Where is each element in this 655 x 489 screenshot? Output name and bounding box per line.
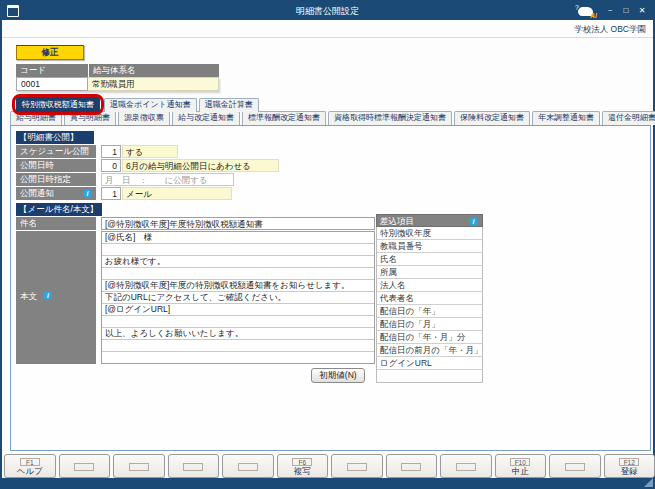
resize-grip-icon[interactable] — [644, 478, 653, 487]
subject-input[interactable]: [@特別徴収年度]年度特別徴収税額通知書 — [101, 217, 375, 230]
fn-key-label: F1 — [20, 458, 40, 466]
body-textarea[interactable]: [@氏名] 様お疲れ様です。[@特別徴収年度]年度の特別徴収税額通知書をお知らせ… — [101, 231, 375, 364]
merge-fields-title: 差込項目 — [380, 216, 414, 226]
body-line[interactable] — [102, 352, 374, 363]
fn-button-f6[interactable]: F6複写 — [277, 454, 329, 478]
pay-system-table: コード 給与体系名 0001 常勤職員用 — [16, 64, 219, 91]
body-line[interactable] — [102, 316, 374, 328]
body-label: 本文 i — [16, 231, 96, 364]
tab[interactable]: 還付金明細書 — [602, 111, 655, 125]
column-header-name: 給与体系名 — [89, 64, 219, 77]
tab[interactable]: 源泉徴収票 — [118, 111, 170, 125]
body-line[interactable] — [102, 244, 374, 256]
info-icon[interactable]: i — [43, 291, 52, 300]
value-field[interactable]: する — [122, 145, 178, 158]
fn-key-label — [129, 463, 149, 471]
merge-field-item[interactable]: 配信日の「年・月」分 — [377, 331, 482, 344]
merge-field-item[interactable]: 代表者名 — [377, 292, 482, 305]
fn-button-f10[interactable]: F10中止 — [495, 454, 547, 478]
merge-field-item[interactable]: 教職員番号 — [377, 240, 482, 253]
code-input[interactable]: 0 — [101, 159, 121, 172]
fn-button-text: 複写 — [278, 466, 328, 477]
tab[interactable]: 退職金計算書 — [199, 98, 259, 112]
tab[interactable]: 給与改定通知書 — [172, 111, 240, 125]
code-input[interactable]: 1 — [101, 187, 121, 200]
fn-key-label — [565, 463, 585, 471]
publish-row: 公開日時06月の給与明細公開日にあわせる — [16, 159, 279, 172]
merge-field-item[interactable]: 配信日の「月」 — [377, 318, 482, 331]
info-icon[interactable]: i — [83, 189, 92, 198]
merge-field-item[interactable]: ログインURL — [377, 357, 482, 370]
tab[interactable]: 標準報酬改定通知書 — [242, 111, 326, 125]
default-values-button[interactable]: 初期値(N) — [311, 368, 365, 383]
value-field[interactable]: 6月の給与明細公開日にあわせる — [122, 159, 279, 172]
field-label: スケジュール公開 — [16, 145, 96, 158]
close-button[interactable]: ✕ — [635, 2, 649, 20]
subject-label: 件名 — [16, 217, 96, 230]
fn-button-empty — [59, 454, 111, 478]
merge-fields-header: 差込項目 i — [376, 214, 483, 227]
mail-section-title: 【メール件名/本文】 — [16, 203, 102, 216]
value-field: 月 日 ： に公開する — [101, 173, 234, 186]
value-field[interactable]: メール — [122, 187, 232, 200]
tab[interactable]: 特別徴収税額通知書 — [16, 97, 100, 112]
merge-field-item[interactable]: 法人名 — [377, 279, 482, 292]
merge-field-item[interactable]: 所属 — [377, 266, 482, 279]
tab[interactable]: 保険料改定通知書 — [454, 111, 530, 125]
body-line[interactable] — [102, 268, 374, 280]
info-icon[interactable]: i — [469, 217, 478, 226]
window-icon — [7, 5, 19, 17]
merge-fields-list: 特別徴収年度教職員番号氏名所属法人名代表者名配信日の「年」配信日の「月」配信日の… — [376, 227, 483, 383]
body-line[interactable]: [@ログインURL] — [102, 304, 374, 316]
fn-key-label — [183, 463, 203, 471]
body-line[interactable]: お疲れ様です。 — [102, 256, 374, 268]
fn-key-label — [74, 463, 94, 471]
fn-key-label: F10 — [510, 458, 530, 466]
merge-field-item[interactable] — [377, 370, 482, 382]
tab[interactable]: 年末調整通知書 — [532, 111, 600, 125]
fn-button-text: 中止 — [496, 466, 546, 477]
publish-row: 公開日時指定月 日 ： に公開する — [16, 173, 279, 186]
minimize-button[interactable]: － — [603, 2, 617, 20]
title-bar: 明細書公開設定 ? AI － □ ✕ — [2, 2, 653, 20]
fn-button-empty — [549, 454, 601, 478]
merge-field-item[interactable]: 配信日の「年」 — [377, 305, 482, 318]
merge-field-item[interactable]: 配信日の前月の「年・月」 — [377, 344, 482, 357]
annotation-highlight: 特別徴収税額通知書 — [12, 94, 104, 115]
body-line[interactable]: 以上、よろしくお願いいたします。 — [102, 328, 374, 340]
merge-field-item[interactable]: 特別徴収年度 — [377, 227, 482, 240]
tab[interactable]: 資格取得時標準報酬決定通知書 — [328, 111, 452, 125]
fn-button-f12[interactable]: F12登録 — [604, 454, 655, 478]
tab[interactable]: 退職金ポイント通知書 — [104, 98, 197, 112]
fn-button-empty — [331, 454, 383, 478]
publish-rows: スケジュール公開1する公開日時06月の給与明細公開日にあわせる公開日時指定月 日… — [16, 145, 279, 200]
fn-key-label — [238, 463, 258, 471]
fn-button-text: 登録 — [605, 466, 655, 477]
header-strip: 学校法人 OBC学園 — [2, 20, 653, 38]
fn-key-label: F12 — [619, 458, 639, 466]
tab-row-upper: 特別徴収税額通知書退職金ポイント通知書退職金計算書 — [14, 97, 259, 112]
body-line[interactable]: 下記のURLにアクセスして、ご確認ください。 — [102, 292, 374, 304]
code-input[interactable]: 0001 — [16, 77, 88, 91]
pay-system-name: 常勤職員用 — [88, 77, 219, 91]
content-panel: 【明細書公開】 スケジュール公開1する公開日時06月の給与明細公開日にあわせる公… — [10, 125, 651, 451]
field-label: 公開日時指定 — [16, 173, 96, 186]
field-label: 公開通知i — [16, 187, 96, 200]
fn-button-empty — [168, 454, 220, 478]
window-title: 明細書公開設定 — [296, 5, 359, 18]
mode-button[interactable]: 修正 — [16, 45, 84, 60]
maximize-button[interactable]: □ — [619, 2, 633, 20]
body-line[interactable]: [@氏名] 様 — [102, 232, 374, 244]
status-strip — [2, 478, 653, 487]
merge-field-item[interactable]: 氏名 — [377, 253, 482, 266]
ai-assistant-icon[interactable]: ? AI — [575, 5, 597, 18]
body-line[interactable]: [@特別徴収年度]年度の特別徴収税額通知書をお知らせします。 — [102, 280, 374, 292]
table-row: 0001 常勤職員用 — [16, 77, 219, 91]
body-label-text: 本文 — [20, 291, 37, 301]
fn-button-f1[interactable]: F1ヘルプ — [4, 454, 56, 478]
body-line[interactable] — [102, 340, 374, 352]
mail-section: 【メール件名/本文】 件名 [@特別徴収年度]年度特別徴収税額通知書 本文 i … — [16, 203, 375, 364]
code-input[interactable]: 1 — [101, 145, 121, 158]
publish-row: スケジュール公開1する — [16, 145, 279, 158]
fn-button-empty — [113, 454, 165, 478]
